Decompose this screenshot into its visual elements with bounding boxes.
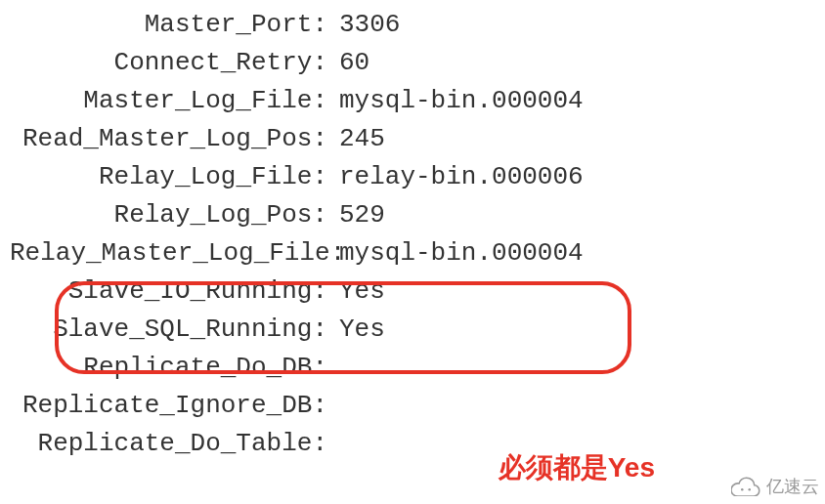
status-row: Replicate_Do_Table: (10, 425, 825, 463)
annotation-text: 必须都是Yes (499, 449, 655, 486)
status-row-slave-sql-running: Slave_SQL_Running: Yes (10, 311, 825, 349)
status-value: Yes (327, 273, 385, 311)
status-label: Replicate_Ignore_DB: (10, 387, 327, 425)
status-value: 60 (327, 44, 369, 82)
status-row-slave-io-running: Slave_IO_Running: Yes (10, 273, 825, 311)
status-value: mysql-bin.000004 (327, 82, 584, 120)
status-label: Master_Port: (10, 6, 327, 44)
status-label: Relay_Master_Log_File: (10, 234, 327, 273)
status-label: Relay_Log_File: (10, 158, 327, 196)
svg-point-0 (741, 488, 744, 491)
status-label: Master_Log_File: (10, 82, 327, 120)
status-label: Slave_SQL_Running: (10, 311, 327, 349)
status-row: Replicate_Ignore_DB: (10, 387, 825, 425)
watermark: 亿速云 (731, 475, 819, 498)
status-value (327, 349, 339, 387)
status-value: mysql-bin.000004 (327, 234, 584, 273)
status-label: Read_Master_Log_Pos: (10, 120, 327, 158)
status-label: Replicate_Do_DB: (10, 349, 327, 387)
cloud-icon (731, 477, 760, 496)
status-row: Relay_Log_File: relay-bin.000006 (10, 158, 825, 196)
status-value: Yes (327, 311, 385, 349)
status-label: Connect_Retry: (10, 44, 327, 82)
status-label: Slave_IO_Running: (10, 273, 327, 311)
status-row: Relay_Log_Pos: 529 (10, 196, 825, 234)
status-value: 245 (327, 120, 385, 158)
status-value (327, 387, 339, 425)
status-value (327, 425, 339, 463)
svg-point-1 (749, 488, 752, 491)
status-row: Connect_Retry: 60 (10, 44, 825, 82)
status-row: Read_Master_Log_Pos: 245 (10, 120, 825, 158)
status-row: Replicate_Do_DB: (10, 349, 825, 387)
status-label: Replicate_Do_Table: (10, 425, 327, 463)
status-label: Relay_Log_Pos: (10, 196, 327, 234)
status-value: 3306 (327, 6, 400, 44)
status-row: Master_Log_File: mysql-bin.000004 (10, 82, 825, 120)
watermark-text: 亿速云 (766, 475, 819, 498)
status-value: relay-bin.000006 (327, 158, 584, 196)
status-row: Relay_Master_Log_File: mysql-bin.000004 (10, 234, 825, 273)
status-row: Master_Port: 3306 (10, 6, 825, 44)
mysql-slave-status-list: Master_Port: 3306 Connect_Retry: 60 Mast… (0, 0, 825, 463)
status-value: 529 (327, 196, 385, 234)
